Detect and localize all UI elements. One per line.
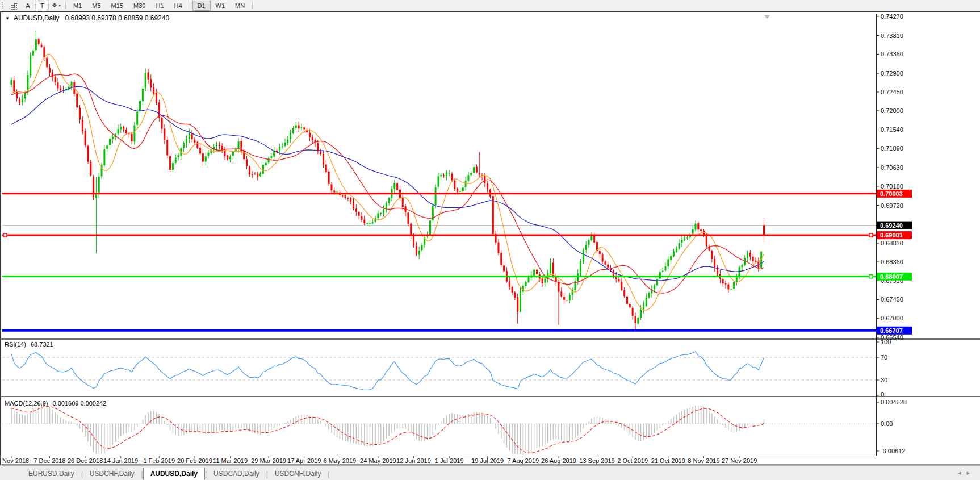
line-handle-left[interactable] xyxy=(3,233,7,237)
candle-body xyxy=(30,55,31,75)
candle-body xyxy=(355,208,357,212)
candle-body xyxy=(503,265,505,271)
svg-text:0.69001: 0.69001 xyxy=(880,232,903,239)
time-axis[interactable]: 19 Nov 20187 Dec 201826 Dec 201814 Jan 2… xyxy=(1,456,757,464)
candle-body xyxy=(676,248,677,252)
tab-scroll-left-icon[interactable]: ◂ xyxy=(958,469,967,476)
rsi-name: RSI(14) xyxy=(5,341,26,348)
price-axis-ticks[interactable]: 0.742700.738100.733600.729000.724500.720… xyxy=(877,13,903,341)
symbol-tab-usdchf[interactable]: USDCHF,Daily xyxy=(83,468,141,479)
candle-body xyxy=(527,277,529,282)
candle-body xyxy=(465,181,467,187)
timeframe-button-mn[interactable]: MN xyxy=(230,1,250,11)
candle-body xyxy=(692,229,694,234)
candle-body xyxy=(487,183,488,189)
candle-body xyxy=(323,154,324,165)
timeframe-button-m15[interactable]: M15 xyxy=(106,1,128,11)
candle-body xyxy=(221,146,223,150)
candle-body xyxy=(279,147,280,151)
timeframe-button-m30[interactable]: M30 xyxy=(128,1,150,11)
candle-body xyxy=(476,167,478,173)
price-label-0.66707: 0.66707 xyxy=(877,327,912,335)
candle-body xyxy=(325,165,327,172)
rsi-tick-label: 30 xyxy=(881,377,887,383)
macd-tick-label: -0.00612 xyxy=(881,448,905,454)
candle-body xyxy=(416,246,417,254)
timeframe-button-d1[interactable]: D1 xyxy=(192,1,211,11)
candle-body xyxy=(664,266,666,270)
candle-body xyxy=(24,92,26,98)
candle-body xyxy=(435,187,437,206)
price-chart-svg[interactable]: 0.742700.738100.733600.729000.724500.720… xyxy=(1,12,980,465)
timeframe-button-w1[interactable]: W1 xyxy=(211,1,231,11)
candle-body xyxy=(82,120,83,131)
letter-a-icon[interactable]: A xyxy=(22,1,34,10)
timeframe-button-m5[interactable]: M5 xyxy=(87,1,106,11)
ma-fast-line xyxy=(11,54,764,310)
toolbar-grip[interactable] xyxy=(2,2,6,9)
candle-body xyxy=(309,133,311,137)
line-handle-right[interactable] xyxy=(869,275,873,278)
candle-body xyxy=(298,125,300,128)
candle-body xyxy=(588,240,590,245)
symbol-tab-usdcad[interactable]: USDCAD,Daily xyxy=(207,468,266,479)
tab-scroll-right-icon[interactable]: ▸ xyxy=(966,469,975,476)
candle-body xyxy=(443,176,445,176)
chart-window[interactable]: 0.742700.738100.733600.729000.724500.720… xyxy=(0,11,980,465)
candle-body xyxy=(98,177,100,194)
date-label: 7 Aug 2019 xyxy=(508,457,539,464)
candle-body xyxy=(85,131,86,145)
candle-body xyxy=(697,223,699,229)
svg-text:0.69240: 0.69240 xyxy=(880,222,903,229)
candle-body xyxy=(525,282,527,286)
price-label-0.70003: 0.70003 xyxy=(877,190,912,198)
candle-body xyxy=(648,293,650,298)
symbol-tab-eurusd[interactable]: EURUSD,Daily xyxy=(22,468,81,479)
candle-body xyxy=(514,292,516,297)
line-handle-right[interactable] xyxy=(869,233,873,237)
candle-body xyxy=(662,271,664,272)
chart-dropdown-icon[interactable]: ▼ xyxy=(5,16,10,21)
candle-body xyxy=(736,277,738,282)
shift-marker-icon[interactable] xyxy=(764,15,770,19)
candle-body xyxy=(202,153,204,162)
candle-body xyxy=(512,287,513,293)
drawing-tools-icon[interactable]: ❖ ▾ xyxy=(50,1,62,10)
date-label: 27 Nov 2019 xyxy=(722,457,757,464)
date-label: 20 Feb 2019 xyxy=(177,457,212,464)
candle-body xyxy=(755,261,757,262)
price-tick-label: 0.73810 xyxy=(881,32,903,39)
candle-body xyxy=(169,156,171,170)
candle-body xyxy=(607,264,609,268)
candle-body xyxy=(270,156,272,158)
candle-body xyxy=(276,151,278,152)
symbol-tab-usdcnh[interactable]: USDCNH,Daily xyxy=(268,468,328,479)
candle-body xyxy=(112,137,114,139)
candle-body xyxy=(585,245,587,250)
candle-body xyxy=(208,153,210,156)
mt4-terminal: F A T ❖ ▾ M1M5M15M30H1H4D1W1MN 0.742700.… xyxy=(0,0,980,480)
tab-scroll-arrows[interactable]: ◂▸ xyxy=(958,469,975,477)
candle-body xyxy=(219,145,220,147)
symbol-tab-audusd[interactable]: AUDUSD,Daily xyxy=(143,468,205,480)
timeframe-button-m1[interactable]: M1 xyxy=(68,1,87,11)
candle-body xyxy=(473,167,475,173)
candle-body xyxy=(90,162,91,176)
svg-text:0.66707: 0.66707 xyxy=(880,327,903,334)
timeframe-button-h1[interactable]: H1 xyxy=(150,1,169,11)
candle-body xyxy=(544,278,546,282)
candle-body xyxy=(123,127,124,130)
candle-body xyxy=(454,181,455,189)
chart-grid-icon[interactable]: F xyxy=(8,1,20,10)
candle-body xyxy=(224,150,225,156)
candle-body xyxy=(189,133,190,139)
timeframe-button-h4[interactable]: H4 xyxy=(169,1,187,11)
svg-text:0.70003: 0.70003 xyxy=(880,190,903,197)
candle-body xyxy=(681,240,682,243)
candle-body xyxy=(196,142,198,148)
candle-body xyxy=(451,174,453,181)
candle-body xyxy=(749,253,751,257)
text-label-icon[interactable]: T xyxy=(35,1,49,10)
date-label: 12 Jun 2019 xyxy=(396,457,431,464)
candle-body xyxy=(517,297,518,312)
